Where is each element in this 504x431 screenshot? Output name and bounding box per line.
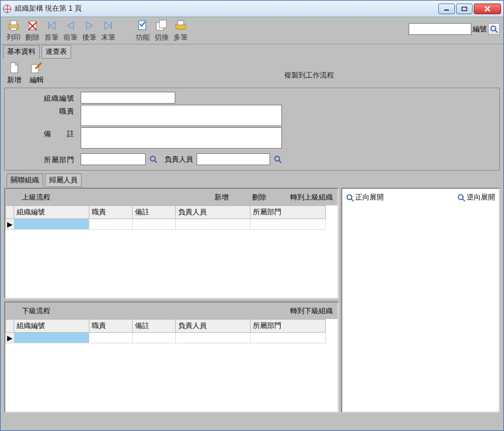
delete-button[interactable]: 刪除 <box>23 18 42 43</box>
svg-line-28 <box>155 160 157 163</box>
maximize-button[interactable] <box>456 4 473 14</box>
svg-line-30 <box>279 160 281 163</box>
upper-grid[interactable]: 組織編號 職責 備註 負責人員 所屬部門 ▶ <box>5 205 338 230</box>
svg-rect-20 <box>178 21 184 25</box>
edit-button[interactable]: 編輯 <box>27 61 47 85</box>
svg-point-27 <box>150 156 155 161</box>
next-button[interactable]: 後筆 <box>80 18 99 43</box>
search-input[interactable] <box>409 23 471 35</box>
upper-del-link[interactable]: 刪除 <box>252 192 267 202</box>
svg-line-34 <box>463 199 465 201</box>
svg-rect-1 <box>462 7 467 11</box>
person-lookup-button[interactable] <box>272 154 283 165</box>
svg-line-32 <box>351 199 354 201</box>
remark-textarea[interactable] <box>81 127 282 149</box>
close-button[interactable] <box>474 4 501 14</box>
delete-icon <box>24 18 41 33</box>
remark-label: 備 註 <box>9 127 81 139</box>
svg-rect-6 <box>11 28 17 30</box>
lower-process-box: 下級流程 轉到下級組織 組織編號 職責 備註 負責人員 所屬部門 <box>4 301 339 413</box>
switch-icon <box>153 18 170 33</box>
dept-input[interactable] <box>81 153 146 165</box>
tab-basic[interactable]: 基本資料 <box>3 45 40 59</box>
expand-reverse-link[interactable]: 逆向展開 <box>457 192 495 202</box>
org-no-label: 組織編號 <box>9 92 81 104</box>
svg-marker-11 <box>50 22 55 29</box>
lower-goto-link[interactable]: 轉到下級組織 <box>290 306 333 316</box>
duty-textarea[interactable] <box>81 105 282 126</box>
prev-icon <box>62 18 79 33</box>
next-icon <box>81 18 98 33</box>
svg-point-21 <box>491 26 496 31</box>
last-button[interactable]: 末筆 <box>99 18 118 43</box>
dept-label: 所屬部門 <box>9 153 81 165</box>
tree-panel: 正向展開 逆向展開 <box>341 188 500 413</box>
svg-rect-5 <box>11 21 17 25</box>
new-doc-icon <box>6 61 23 75</box>
svg-point-31 <box>347 195 352 200</box>
function-button[interactable]: 功能 <box>133 18 152 43</box>
expand-forward-link[interactable]: 正向展開 <box>346 192 384 202</box>
multi-icon <box>172 18 189 33</box>
sub-tabs: 關聯組織 歸屬人員 <box>4 173 500 186</box>
search-button[interactable] <box>488 23 500 35</box>
upper-process-box: 上級流程 新增 刪除 轉到上級組織 組織編號 職責 備註 負責人員 所屬部門 <box>4 188 339 299</box>
svg-line-22 <box>495 30 497 33</box>
svg-marker-14 <box>105 22 110 29</box>
svg-point-29 <box>275 156 280 161</box>
search-label: 編號 <box>473 24 487 34</box>
new-button[interactable]: 新增 <box>4 61 24 85</box>
switch-button[interactable]: 切換 <box>152 18 171 43</box>
form-box: 組織編號 職責 備 註 所屬部門 負責人員 <box>4 88 500 171</box>
tab-quick[interactable]: 速查表 <box>41 45 71 59</box>
svg-marker-12 <box>68 22 73 29</box>
lower-grid[interactable]: 組織編號 職責 備註 負責人員 所屬部門 ▶ <box>5 319 338 343</box>
dept-lookup-button[interactable] <box>148 154 159 165</box>
globe-icon <box>3 5 11 13</box>
table-row[interactable]: ▶ <box>6 333 338 343</box>
edit-icon <box>28 61 45 75</box>
titlebar: 組織架構 現在第 1 頁 <box>1 1 503 17</box>
person-input[interactable] <box>197 153 270 165</box>
copy-to-workflow-link[interactable]: 複製到工作流程 <box>284 59 334 81</box>
main-tabs: 基本資料 速查表 <box>1 44 503 57</box>
tab-members[interactable]: 歸屬人員 <box>45 173 82 187</box>
print-button[interactable]: 列印 <box>4 18 23 43</box>
lower-title: 下級流程 <box>22 306 50 316</box>
org-no-input[interactable] <box>81 92 175 104</box>
main-toolbar: 列印 刪除 首筆 前筆 後筆 末筆 功能 切換 <box>1 17 503 44</box>
duty-label: 職責 <box>9 105 81 117</box>
tab-related[interactable]: 關聯組織 <box>7 173 43 187</box>
printer-icon <box>5 18 22 33</box>
app-window: 組織架構 現在第 1 頁 列印 刪除 首筆 前筆 後筆 <box>0 0 504 431</box>
prev-button[interactable]: 前筆 <box>61 18 80 43</box>
svg-point-33 <box>458 195 463 200</box>
first-icon <box>43 18 60 33</box>
upper-title: 上級流程 <box>22 192 50 202</box>
svg-marker-13 <box>86 22 92 29</box>
svg-rect-18 <box>159 20 166 28</box>
upper-goto-link[interactable]: 轉到上級組織 <box>290 192 333 202</box>
function-icon <box>134 18 151 33</box>
window-title: 組織架構 現在第 1 頁 <box>15 4 438 14</box>
last-icon <box>100 18 117 33</box>
table-row[interactable]: ▶ <box>6 219 338 230</box>
person-label: 負責人員 <box>161 155 197 165</box>
first-button[interactable]: 首筆 <box>42 18 61 43</box>
minimize-button[interactable] <box>438 4 455 14</box>
multi-button[interactable]: 多筆 <box>171 18 190 43</box>
upper-add-link[interactable]: 新增 <box>214 192 229 202</box>
